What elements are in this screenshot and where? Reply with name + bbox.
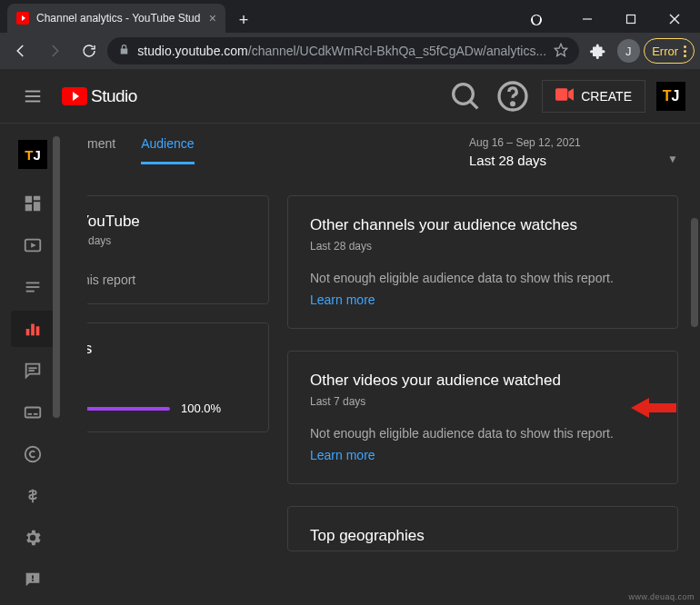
window-titlebar: Channel analytics - YouTube Stud × + <box>0 0 700 33</box>
date-range-text: Aug 16 – Sep 12, 2021 <box>469 136 678 149</box>
card-title: YouTube <box>87 213 268 231</box>
youtube-logo-icon <box>62 87 87 105</box>
tab-title: Channel analytics - YouTube Stud <box>36 12 202 25</box>
create-button[interactable]: CREATE <box>542 80 645 113</box>
address-bar[interactable]: studio.youtube.com/channel/UCdkWmRcl-Bkh… <box>107 37 579 64</box>
close-tab-icon[interactable]: × <box>209 11 216 25</box>
sidebar-item-dashboard[interactable] <box>11 185 55 222</box>
app-body: TJ ment Audience Aug 16 – Sep 12, 2021 L… <box>0 124 700 605</box>
minimize-button[interactable] <box>567 5 607 33</box>
svg-point-32 <box>25 447 41 462</box>
svg-rect-24 <box>26 329 30 335</box>
cards-row: YouTube 3 days this report rs 100.0% <box>87 195 678 551</box>
sidebar-item-content[interactable] <box>11 227 55 263</box>
sidebar-item-subtitles[interactable] <box>11 394 55 431</box>
content-scrollbar[interactable] <box>691 218 698 327</box>
card-body: Not enough eligible audience data to sho… <box>310 271 655 285</box>
analytics-header-row: ment Audience Aug 16 – Sep 12, 2021 Last… <box>87 124 678 168</box>
svg-rect-2 <box>627 15 635 24</box>
watermark-text: www.deuaq.com <box>628 592 695 601</box>
channel-avatar[interactable]: TJ <box>656 82 685 111</box>
svg-rect-29 <box>25 408 41 418</box>
svg-rect-25 <box>31 324 35 336</box>
card-body: Not enough eligible audience data to sho… <box>310 426 655 441</box>
date-range-preset: Last 28 days <box>469 153 678 168</box>
svg-rect-13 <box>555 88 567 100</box>
progress-bar <box>87 407 170 411</box>
forward-button[interactable] <box>39 35 69 66</box>
card-title: Other channels your audience watches <box>310 216 655 234</box>
reload-button[interactable] <box>74 35 104 66</box>
close-window-button[interactable] <box>655 5 695 33</box>
sidebar-item-analytics[interactable] <box>11 311 55 347</box>
tab-strip: Channel analytics - YouTube Stud × + <box>0 4 524 33</box>
window-controls <box>567 5 700 33</box>
svg-rect-33 <box>32 575 34 579</box>
studio-header: Studio CREATE TJ <box>0 69 700 124</box>
browser-tab[interactable]: Channel analytics - YouTube Stud × <box>7 4 225 33</box>
url-text: studio.youtube.com/channel/UCdkWmRcl-Bkh… <box>137 44 546 58</box>
studio-logo-text: Studio <box>91 86 137 106</box>
returning-viewers-card: YouTube 3 days this report <box>87 195 269 304</box>
subscribers-card: rs 100.0% <box>87 322 269 432</box>
sidebar-item-settings[interactable] <box>11 520 55 556</box>
privacy-shield-icon[interactable] <box>524 7 549 33</box>
left-column: YouTube 3 days this report rs 100.0% <box>87 195 269 551</box>
hamburger-menu-icon[interactable] <box>15 78 51 114</box>
card-title: Other videos your audience watched <box>310 372 655 390</box>
sidebar-item-comments[interactable] <box>11 352 55 389</box>
create-video-icon <box>555 88 574 104</box>
lock-icon <box>118 44 130 58</box>
progress-row: 100.0% <box>87 402 268 415</box>
date-range-picker[interactable]: Aug 16 – Sep 12, 2021 Last 28 days ▼ <box>469 136 678 168</box>
browser-toolbar: studio.youtube.com/channel/UCdkWmRcl-Bkh… <box>0 33 700 69</box>
svg-rect-18 <box>25 204 32 211</box>
card-body: this report <box>87 273 268 287</box>
extensions-icon[interactable] <box>583 35 613 66</box>
svg-marker-5 <box>555 44 566 55</box>
studio-logo[interactable]: Studio <box>62 86 137 106</box>
card-title: rs <box>87 340 268 358</box>
svg-rect-17 <box>34 202 40 211</box>
maximize-button[interactable] <box>611 5 651 33</box>
card-subtitle: 3 days <box>87 234 268 247</box>
back-button[interactable] <box>5 35 35 66</box>
sidebar-item-monetization[interactable] <box>11 478 55 514</box>
svg-rect-16 <box>34 196 40 201</box>
other-videos-card: Other videos your audience watched Last … <box>287 351 678 484</box>
progress-percent: 100.0% <box>181 402 221 415</box>
help-icon[interactable] <box>495 78 531 114</box>
bookmark-star-icon[interactable] <box>554 43 568 60</box>
svg-point-12 <box>512 103 515 105</box>
card-subtitle: Last 7 days <box>310 395 655 408</box>
youtube-favicon <box>16 12 29 25</box>
sidebar-item-feedback[interactable] <box>11 561 55 598</box>
svg-marker-20 <box>31 243 36 248</box>
learn-more-link[interactable]: Learn more <box>310 293 375 307</box>
svg-rect-26 <box>36 326 40 335</box>
svg-marker-14 <box>568 88 574 100</box>
error-menu-button[interactable]: Error <box>644 38 695 64</box>
chevron-down-icon: ▼ <box>667 153 678 165</box>
other-channels-card: Other channels your audience watches Las… <box>287 195 678 329</box>
tab-audience[interactable]: Audience <box>141 136 194 164</box>
svg-point-9 <box>454 84 474 104</box>
new-tab-button[interactable]: + <box>231 7 256 33</box>
sidebar-item-playlists[interactable] <box>11 269 55 305</box>
top-geographies-card: Top geographies <box>287 506 678 551</box>
sidebar-item-copyright[interactable] <box>11 436 55 472</box>
card-subtitle: Last 28 days <box>310 240 655 253</box>
sidebar-channel-avatar[interactable]: TJ <box>18 140 47 169</box>
profile-avatar[interactable]: J <box>617 39 641 63</box>
sidebar: TJ <box>0 124 65 605</box>
sidebar-scrollbar[interactable] <box>53 136 60 418</box>
svg-line-10 <box>471 101 478 108</box>
right-column: Other channels your audience watches Las… <box>287 195 678 551</box>
content-area: ment Audience Aug 16 – Sep 12, 2021 Last… <box>65 124 700 605</box>
analytics-tabs: ment Audience <box>87 136 195 164</box>
svg-rect-34 <box>32 580 34 581</box>
learn-more-link[interactable]: Learn more <box>310 448 375 462</box>
svg-rect-15 <box>25 196 32 203</box>
tab-engagement[interactable]: ment <box>87 136 115 164</box>
search-icon[interactable] <box>447 78 484 114</box>
